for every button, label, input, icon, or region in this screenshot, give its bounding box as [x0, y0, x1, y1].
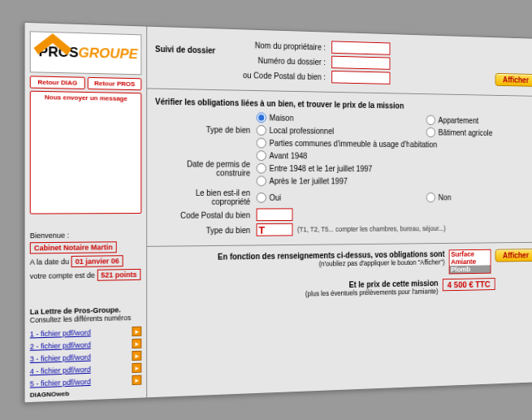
date-label: A la date du — [29, 257, 68, 266]
opt-entre-1948-1997[interactable]: Entre 1948 et le 1er juillet 1997 — [256, 162, 372, 173]
section-resultat: En fonction des renseignements ci-dessus… — [147, 242, 532, 309]
cp1-input[interactable] — [331, 70, 390, 84]
tb-hint: (T1, T2, T5... compter les chambres, bur… — [296, 224, 445, 233]
list-item: 4 - fichier pdf/word — [29, 362, 141, 376]
afficher-suivi-button[interactable]: Afficher — [495, 72, 532, 86]
afficher-resultat-button[interactable]: Afficher — [495, 249, 532, 262]
points-label: votre compte est de — [29, 271, 94, 279]
oblig-item-amiante: Amiante — [449, 258, 490, 266]
list-item: 1 - fichier pdf/word — [29, 326, 141, 339]
download-link[interactable]: 2 - fichier pdf/word — [29, 340, 90, 350]
welcome-value: Cabinet Notaire Martin — [29, 241, 116, 253]
opt-appartement[interactable]: Appartement — [426, 115, 510, 126]
type-label: Type de bien — [154, 124, 256, 134]
type-bien-input[interactable] — [256, 223, 292, 236]
suivi-title: Suivi de dossier — [154, 32, 240, 83]
opt-parties-communes[interactable]: Parties communes d'immeuble à usage d'ha… — [256, 137, 437, 149]
opt-agricole[interactable]: Bâtiment agricole — [426, 127, 510, 137]
opt-copro-oui[interactable]: Oui — [256, 192, 346, 202]
cp1-label: ou Code Postal du bien : — [240, 70, 331, 80]
arrow-right-icon[interactable] — [132, 338, 141, 348]
retour-diag-button[interactable]: Retour DIAG — [29, 76, 84, 89]
opt-maison[interactable]: Maison — [256, 112, 346, 123]
app-window: PROSGROUPE Retour DIAG Retour PROS Nous … — [24, 21, 532, 403]
file-input[interactable] — [331, 55, 390, 69]
send-message-button[interactable]: Nous envoyer un message — [29, 90, 141, 214]
download-list: 1 - fichier pdf/word 2 - fichier pdf/wor… — [29, 326, 141, 388]
cp2-label: Code Postal du bien — [154, 210, 256, 219]
tb-label: Type du bien — [154, 225, 256, 235]
date-value: 01 janvier 06 — [71, 255, 123, 267]
opt-local[interactable]: Local professionnel — [256, 124, 346, 136]
download-link[interactable]: 5 - fichier pdf/word — [29, 377, 90, 388]
download-link[interactable]: 3 - fichier pdf/word — [29, 353, 90, 362]
opt-apres-1997[interactable]: Après le 1er juillet 1997 — [256, 175, 372, 186]
arrow-right-icon[interactable] — [132, 350, 141, 360]
arrow-right-icon[interactable] — [132, 326, 141, 336]
retour-pros-button[interactable]: Retour PROS — [87, 76, 141, 89]
oblig-item-surface: Surface — [449, 249, 490, 258]
copro-label: Le bien est-il en copropriété — [154, 188, 256, 206]
list-item: 5 - fichier pdf/word — [29, 375, 141, 388]
list-item: 2 - fichier pdf/word — [29, 338, 141, 351]
arrow-right-icon[interactable] — [132, 362, 141, 372]
section-suivi: Suivi de dossier Nom du propriétaire : N… — [147, 26, 532, 97]
section-obligations: Vérifier les obligations liées à un bien… — [147, 89, 532, 246]
sidebar: PROSGROUPE Retour DIAG Retour PROS Nous … — [24, 22, 147, 401]
obligations-title: Vérifier les obligations liées à un bien… — [154, 97, 532, 112]
points-value: 521 points — [97, 268, 141, 280]
download-link[interactable]: 1 - fichier pdf/word — [29, 328, 90, 338]
list-item: 3 - fichier pdf/word — [29, 350, 141, 363]
file-label: Numéro du dossier : — [240, 55, 331, 67]
owner-input[interactable] — [331, 41, 390, 54]
arrow-right-icon[interactable] — [132, 375, 141, 384]
cp2-input[interactable] — [256, 208, 292, 221]
permit-label: Date de permis de construire — [154, 158, 256, 176]
obligations-listbox[interactable]: Surface Amiante Plomb — [448, 249, 491, 274]
owner-label: Nom du propriétaire : — [240, 40, 331, 51]
main-content: Suivi de dossier Nom du propriétaire : N… — [147, 26, 532, 397]
oblig-item-plomb: Plomb — [449, 265, 490, 273]
opt-copro-non[interactable]: Non — [426, 192, 510, 201]
logo: PROSGROUPE — [29, 31, 141, 75]
welcome-label: Bienvenue : — [29, 230, 141, 239]
opt-avant-1948[interactable]: Avant 1948 — [256, 150, 372, 162]
download-link[interactable]: 4 - fichier pdf/word — [29, 365, 90, 375]
logo-text-groupe: GROUPE — [78, 45, 137, 62]
price-value: 4 500 € TTC — [442, 278, 495, 291]
